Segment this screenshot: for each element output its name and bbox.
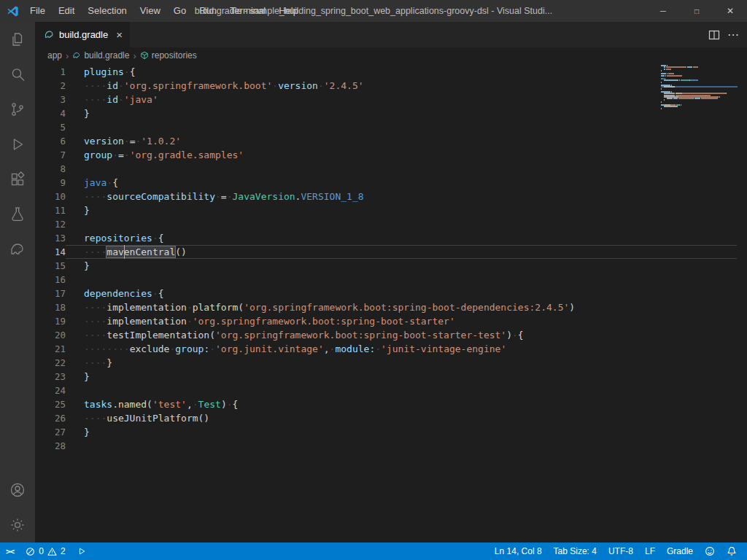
line-number: 23 xyxy=(35,370,66,384)
code-line[interactable]: 5 xyxy=(35,120,747,134)
explorer-icon[interactable] xyxy=(0,22,35,57)
editor-actions: ⋯ xyxy=(708,22,747,47)
tab-close-icon[interactable]: × xyxy=(116,29,123,40)
settings-gear-icon[interactable] xyxy=(0,508,35,542)
code-line[interactable]: 9java·{ xyxy=(35,176,747,190)
line-number: 20 xyxy=(35,328,66,342)
activity-bar xyxy=(0,22,35,542)
search-icon[interactable] xyxy=(0,57,35,92)
minimap[interactable] xyxy=(661,65,738,111)
warning-icon xyxy=(47,547,57,556)
line-number: 5 xyxy=(35,120,66,134)
breadcrumb-build-gradle[interactable]: build.gradle xyxy=(72,50,129,61)
line-number: 24 xyxy=(35,384,66,397)
split-editor-icon[interactable] xyxy=(708,29,720,41)
tab-label: build.gradle xyxy=(59,29,108,40)
testing-icon[interactable] xyxy=(0,197,35,232)
code-line[interactable]: 2····id·'org.springframework.boot'·versi… xyxy=(35,79,747,93)
encoding[interactable]: UTF-8 xyxy=(603,542,639,560)
line-number: 11 xyxy=(35,203,66,217)
extensions-icon[interactable] xyxy=(0,162,35,197)
code-line[interactable]: 11} xyxy=(35,203,747,217)
code-editor[interactable]: 1plugins·{2····id·'org.springframework.b… xyxy=(35,63,747,542)
menu-file[interactable]: File xyxy=(23,0,52,22)
menu-edit[interactable]: Edit xyxy=(52,0,81,22)
source-control-icon[interactable] xyxy=(0,92,35,127)
remote-indicator[interactable]: >< xyxy=(0,542,20,560)
symbol-cube-icon xyxy=(140,51,149,60)
gradle-elephant-icon xyxy=(72,51,81,60)
line-number: 25 xyxy=(35,397,66,411)
breadcrumb-app[interactable]: app xyxy=(47,50,62,61)
accounts-icon[interactable] xyxy=(0,472,35,508)
maximize-button[interactable]: □ xyxy=(680,0,713,22)
minimap-lines xyxy=(661,65,738,111)
status-bar: >< 0 2 Ln 14, Col 8 Tab Size: 4 UTF-8 LF… xyxy=(0,542,747,560)
maximize-icon: □ xyxy=(694,7,699,15)
code-line[interactable]: 25tasks.named('test',·Test)·{ xyxy=(35,397,747,411)
code-line[interactable]: 23} xyxy=(35,370,747,384)
code-line[interactable]: 12 xyxy=(35,217,747,231)
run-task-indicator[interactable] xyxy=(71,542,92,560)
menu-go[interactable]: Go xyxy=(167,0,193,22)
more-actions-icon[interactable]: ⋯ xyxy=(727,28,740,42)
code-line[interactable]: 18····implementation·platform('org.sprin… xyxy=(35,300,747,314)
code-line[interactable]: 21········exclude·group:·'org.junit.vint… xyxy=(35,342,747,356)
code-line[interactable]: 14····mavenCentral() xyxy=(35,245,747,259)
line-number: 1 xyxy=(35,65,66,79)
language-label: Gradle xyxy=(667,546,693,556)
code-lines: 1plugins·{2····id·'org.springframework.b… xyxy=(35,65,747,453)
code-line[interactable]: 6version·=·'1.0.2' xyxy=(35,134,747,148)
line-number: 2 xyxy=(35,79,66,93)
run-and-debug-icon[interactable] xyxy=(0,127,35,162)
menu-run[interactable]: Run xyxy=(193,0,223,22)
line-number: 6 xyxy=(35,134,66,148)
code-line[interactable]: 22····} xyxy=(35,356,747,370)
code-line[interactable]: 13repositories·{ xyxy=(35,231,747,245)
line-number: 9 xyxy=(35,176,66,190)
menu-selection[interactable]: Selection xyxy=(81,0,133,22)
code-line[interactable]: 8 xyxy=(35,162,747,176)
menu-help[interactable]: Help xyxy=(272,0,305,22)
close-button[interactable]: ✕ xyxy=(713,0,747,22)
line-number: 8 xyxy=(35,162,66,176)
code-line[interactable]: 28 xyxy=(35,439,747,453)
line-number: 13 xyxy=(35,231,66,245)
cursor-position[interactable]: Ln 14, Col 8 xyxy=(489,542,548,560)
problems-indicator[interactable]: 0 2 xyxy=(20,542,71,560)
gradle-icon[interactable] xyxy=(0,232,35,267)
text-cursor xyxy=(124,245,125,259)
notifications-bell-icon[interactable] xyxy=(721,542,743,560)
feedback-smiley-icon[interactable] xyxy=(699,542,721,560)
breadcrumb-repositories[interactable]: repositories xyxy=(140,50,197,61)
code-line[interactable]: 27} xyxy=(35,425,747,439)
line-number: 15 xyxy=(35,259,66,273)
line-number: 19 xyxy=(35,314,66,328)
code-line[interactable]: 15} xyxy=(35,259,747,273)
vscode-logo-icon xyxy=(7,5,19,18)
menu-terminal[interactable]: Terminal xyxy=(223,0,272,22)
code-line[interactable]: 17dependencies·{ xyxy=(35,287,747,300)
tab-build-gradle[interactable]: build.gradle × xyxy=(35,22,131,47)
code-line[interactable]: 7group·=·'org.gradle.samples' xyxy=(35,148,747,162)
minimize-button[interactable]: ─ xyxy=(646,0,680,22)
status-bar-right: Ln 14, Col 8 Tab Size: 4 UTF-8 LF Gradle xyxy=(489,542,747,560)
eol-sequence[interactable]: LF xyxy=(639,542,661,560)
indentation[interactable]: Tab Size: 4 xyxy=(548,542,603,560)
status-bar-left: >< 0 2 xyxy=(0,542,92,560)
code-line[interactable]: 20····testImplementation('org.springfram… xyxy=(35,328,747,342)
warning-count: 2 xyxy=(61,546,66,556)
code-line[interactable]: 3····id·'java' xyxy=(35,93,747,106)
code-line[interactable]: 24 xyxy=(35,384,747,397)
code-line[interactable]: 10····sourceCompatibility·=·JavaVersion.… xyxy=(35,190,747,203)
language-mode[interactable]: Gradle xyxy=(661,542,699,560)
code-line[interactable]: 26····useJUnitPlatform() xyxy=(35,411,747,425)
code-line[interactable]: 1plugins·{ xyxy=(35,65,747,79)
code-line[interactable]: 16 xyxy=(35,273,747,287)
line-number: 21 xyxy=(35,342,66,356)
breadcrumb-separator: › xyxy=(132,50,136,61)
line-number: 26 xyxy=(35,411,66,425)
code-line[interactable]: 19····implementation·'org.springframewor… xyxy=(35,314,747,328)
code-line[interactable]: 4} xyxy=(35,106,747,120)
menu-view[interactable]: View xyxy=(133,0,167,22)
